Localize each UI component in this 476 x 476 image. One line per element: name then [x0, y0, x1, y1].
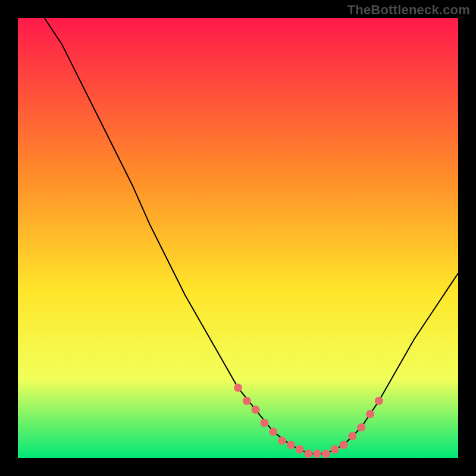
highlight-dot — [304, 450, 312, 458]
highlight-dot — [287, 441, 295, 449]
highlight-dot — [252, 406, 260, 414]
highlight-dot — [278, 436, 286, 444]
highlight-dot — [260, 419, 268, 427]
outer-frame: TheBottleneck.com — [0, 0, 476, 476]
highlight-dot — [322, 450, 330, 458]
highlight-dot — [234, 384, 242, 392]
highlight-dot — [331, 445, 339, 453]
highlight-dot — [348, 432, 356, 440]
highlight-dot — [357, 423, 365, 431]
highlight-dot — [243, 397, 251, 405]
gradient-background — [18, 18, 458, 458]
highlight-dot — [366, 410, 374, 418]
highlight-dot — [313, 450, 321, 458]
highlight-dot — [296, 445, 304, 453]
highlight-dot — [269, 428, 277, 436]
highlight-dot — [340, 441, 348, 449]
watermark-text: TheBottleneck.com — [347, 2, 470, 18]
chart-svg — [18, 18, 458, 458]
chart-plot-area — [18, 18, 458, 458]
highlight-dot — [375, 397, 383, 405]
